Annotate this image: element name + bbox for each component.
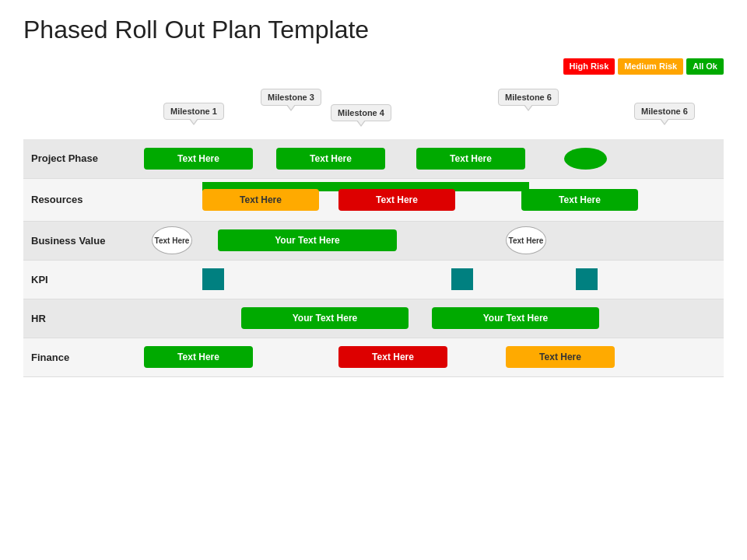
row-kpi: KPI (23, 260, 724, 299)
content-business-value: Text Here Your Text Here Text Here (140, 221, 724, 260)
milestone-6b: Milestone 6 (634, 103, 695, 120)
bar-resources-2: Text Here (338, 189, 455, 211)
legend: High Risk Medium Risk All Ok (23, 58, 724, 75)
bar-hr-1: Your Text Here (241, 307, 409, 329)
row-project-phase: Project Phase Text Here Text Here Text H… (23, 139, 724, 178)
row-business-value: Business Value Text Here Your Text Here … (23, 221, 724, 260)
legend-medium-risk: Medium Risk (618, 58, 683, 75)
legend-high-risk: High Risk (563, 58, 615, 75)
content-kpi (140, 260, 724, 299)
label-project-phase: Project Phase (23, 139, 140, 178)
row-hr: HR Your Text Here Your Text Here (23, 299, 724, 338)
milestone-4: Milestone 4 (331, 104, 391, 121)
milestone-1: Milestone 1 (163, 103, 224, 120)
bar-resources-3: Text Here (521, 189, 638, 211)
bar-hr-2: Your Text Here (432, 307, 599, 329)
bar-finance-1: Text Here (144, 346, 253, 368)
label-business-value: Business Value (23, 221, 140, 260)
legend-all-ok: All Ok (686, 58, 724, 75)
row-resources: Resources Text Here Text Here Text Here (23, 178, 724, 221)
bar-finance-2: Text Here (338, 346, 447, 368)
bar-finance-3: Text Here (506, 346, 615, 368)
label-kpi: KPI (23, 260, 140, 299)
content-project-phase: Text Here Text Here Text Here (140, 139, 724, 178)
gantt-table: Project Phase Text Here Text Here Text H… (23, 139, 724, 377)
content-resources: Text Here Text Here Text Here (140, 178, 724, 221)
bar-phase-2: Text Here (276, 148, 385, 170)
milestone-6a: Milestone 6 (498, 89, 559, 106)
content-hr: Your Text Here Your Text Here (140, 299, 724, 338)
label-resources: Resources (23, 178, 140, 221)
page-title: Phased Roll Out Plan Template (23, 16, 724, 44)
bar-phase-1: Text Here (144, 148, 253, 170)
kpi-square-2 (451, 268, 473, 290)
callout-bv-1: Text Here (152, 226, 192, 254)
label-hr: HR (23, 299, 140, 338)
kpi-square-3 (576, 268, 598, 290)
label-finance: Finance (23, 338, 140, 376)
row-finance: Finance Text Here Text Here Text Here (23, 338, 724, 376)
callout-bv-2: Text Here (506, 226, 546, 254)
kpi-square-1 (202, 268, 224, 290)
bar-resources-1: Text Here (202, 189, 319, 211)
oval-phase (564, 148, 607, 170)
bar-phase-3: Text Here (416, 148, 525, 170)
content-finance: Text Here Text Here Text Here (140, 338, 724, 376)
bar-bv-main: Your Text Here (218, 229, 397, 251)
milestone-3: Milestone 3 (261, 89, 321, 106)
